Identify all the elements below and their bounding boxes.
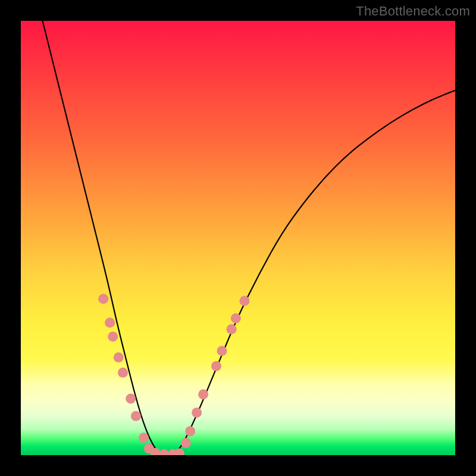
curve-marker	[118, 368, 128, 378]
curve-marker	[174, 449, 184, 455]
watermark-text: TheBottleneck.com	[356, 4, 470, 19]
curve-marker	[108, 331, 118, 342]
curve-marker	[159, 449, 169, 455]
curve-marker	[192, 408, 202, 418]
curve-marker	[198, 389, 208, 399]
curve-marker	[185, 426, 195, 436]
curve-marker	[126, 394, 136, 404]
curve-marker	[217, 346, 227, 356]
curve-marker	[139, 433, 149, 443]
chart-svg	[21, 21, 455, 455]
chart-frame: TheBottleneck.com	[0, 0, 476, 476]
curve-markers	[98, 294, 249, 455]
curve-marker	[98, 294, 108, 304]
bottleneck-curve	[43, 21, 456, 455]
curve-marker	[114, 352, 124, 362]
curve-marker	[131, 411, 141, 421]
curve-marker	[211, 361, 221, 371]
curve-marker	[231, 314, 241, 324]
curve-marker	[105, 318, 115, 328]
curve-marker	[181, 438, 191, 448]
curve-marker	[227, 324, 237, 334]
chart-plot-area	[21, 21, 455, 455]
curve-marker	[239, 296, 249, 306]
